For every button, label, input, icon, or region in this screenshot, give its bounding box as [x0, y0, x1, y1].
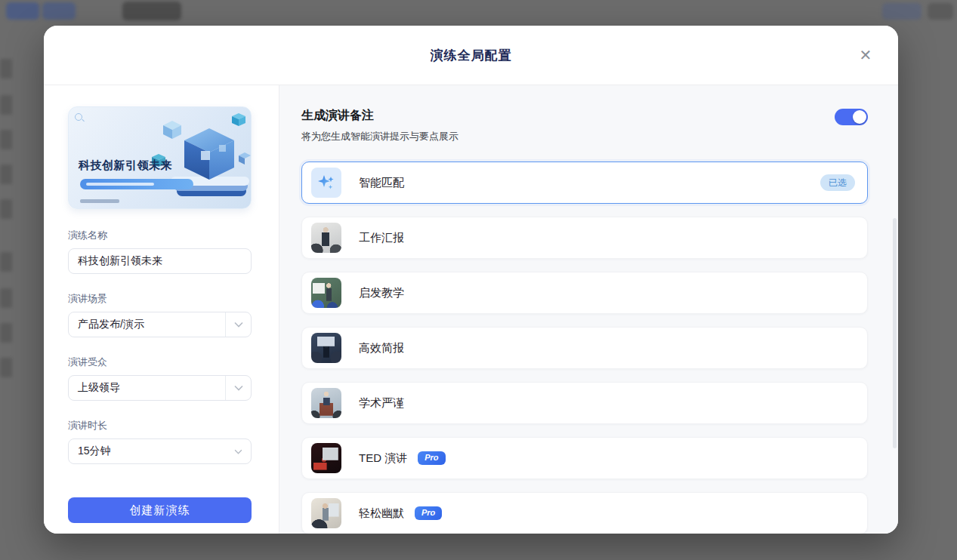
scene-label: 演讲场景: [68, 292, 251, 306]
background-button: [928, 3, 953, 20]
scrollbar[interactable]: [893, 218, 897, 448]
notes-title: 生成演讲备注: [301, 108, 458, 124]
create-rehearsal-button[interactable]: 创建新演练: [68, 497, 252, 523]
style-card-efficient-brief[interactable]: 高效简报: [301, 327, 868, 369]
duration-label: 演讲时长: [68, 419, 251, 432]
style-label: 工作汇报: [359, 231, 404, 245]
chevron-down-icon: [225, 312, 251, 337]
style-label: 智能匹配: [359, 176, 404, 190]
audience-label: 演讲受众: [68, 355, 251, 369]
background-sidebar-item: [0, 95, 12, 115]
background-title-block: [122, 2, 181, 20]
academic-thumbnail: [311, 388, 341, 418]
pro-badge: Pro: [415, 506, 442, 520]
background-sidebar-item: [0, 358, 12, 377]
background-sidebar-item: [0, 165, 12, 184]
pro-badge: Pro: [418, 451, 445, 465]
background-sidebar-item: [0, 130, 12, 149]
background-sidebar-item: [0, 252, 12, 272]
ted-talk-thumbnail: [311, 443, 341, 473]
close-icon[interactable]: ✕: [856, 45, 875, 65]
notes-header-text: 生成演讲备注 将为您生成智能演讲提示与要点展示: [301, 108, 458, 143]
chevron-down-icon: [225, 439, 251, 463]
background-sidebar-item: [0, 199, 12, 219]
style-card-smart-match[interactable]: 智能匹配 已选: [301, 162, 868, 204]
selected-badge: 已选: [820, 174, 855, 191]
search-icon: [75, 113, 82, 121]
preview-title: 科技创新引领未来: [79, 158, 172, 173]
notes-subtitle: 将为您生成智能演讲提示与要点展示: [301, 130, 458, 143]
briefing-thumbnail: [311, 333, 341, 363]
background-sidebar-item: [0, 323, 12, 343]
style-label: TED 演讲: [359, 451, 407, 466]
notes-panel: 生成演讲备注 将为您生成智能演讲提示与要点展示: [279, 85, 898, 534]
work-report-thumbnail: [311, 223, 341, 253]
chevron-down-icon: [225, 376, 251, 400]
rehearsal-name-input[interactable]: [68, 248, 252, 274]
scene-select[interactable]: 产品发布/演示: [68, 312, 252, 337]
style-label: 启发教学: [359, 286, 404, 300]
style-card-humor[interactable]: 轻松幽默 Pro: [301, 492, 868, 534]
sparkle-icon: [311, 168, 341, 198]
global-config-dialog: 演练全局配置 ✕: [44, 26, 898, 534]
dialog-title: 演练全局配置: [431, 47, 512, 64]
dialog-header: 演练全局配置 ✕: [44, 26, 898, 85]
preview-subtitle-pill: [80, 179, 193, 189]
audience-select-value: 上级领导: [69, 381, 225, 395]
background-button: [882, 3, 921, 20]
duration-select[interactable]: 15分钟: [68, 438, 252, 464]
background-sidebar-item: [0, 59, 12, 78]
background-button: [42, 2, 76, 20]
audience-select[interactable]: 上级领导: [68, 375, 252, 401]
name-label: 演练名称: [68, 229, 251, 242]
preview-byline: [80, 199, 119, 203]
teaching-thumbnail: [311, 278, 341, 308]
style-label: 轻松幽默: [359, 506, 404, 521]
humor-thumbnail: [311, 498, 341, 528]
style-card-ted-talk[interactable]: TED 演讲 Pro: [301, 437, 868, 479]
scene-select-value: 产品发布/演示: [69, 318, 225, 331]
style-card-academic[interactable]: 学术严谨: [301, 382, 868, 424]
toggle-knob: [853, 110, 866, 124]
config-form-panel: 科技创新引领未来 演练名称 演讲场景 产品发布/演示 演讲受众 上级领导 演: [44, 85, 279, 534]
duration-select-value: 15分钟: [69, 445, 225, 458]
presentation-preview-card: 科技创新引领未来: [68, 106, 252, 209]
style-label: 学术严谨: [359, 396, 404, 411]
style-label: 高效简报: [359, 341, 404, 355]
generate-notes-toggle[interactable]: [835, 109, 868, 125]
background-button: [6, 2, 39, 20]
speech-style-list: 智能匹配 已选 工作汇报 启发教学 高效简报: [301, 162, 868, 534]
style-card-inspire-teaching[interactable]: 启发教学: [301, 272, 868, 314]
style-card-work-report[interactable]: 工作汇报: [301, 217, 868, 259]
background-sidebar-item: [0, 288, 12, 308]
